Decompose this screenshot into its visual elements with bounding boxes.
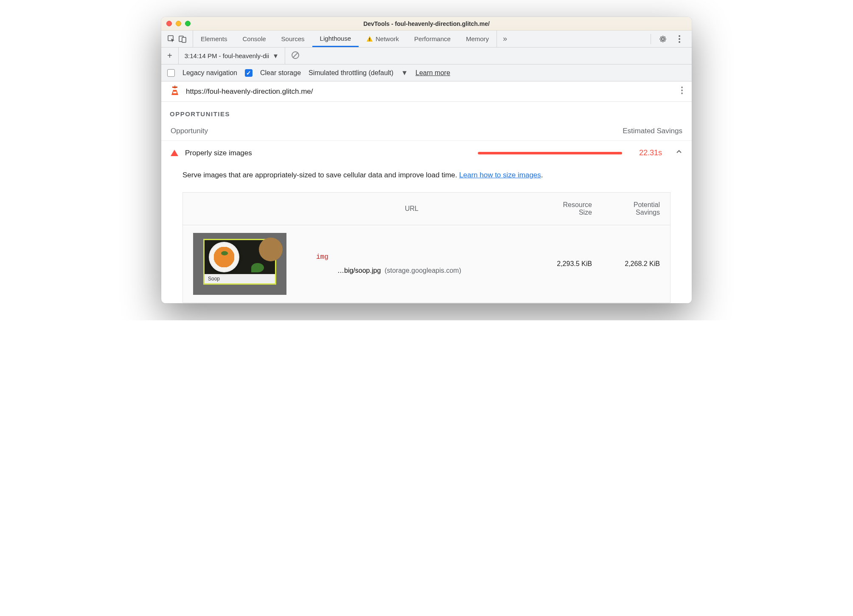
tab-network-label: Network [376, 35, 399, 42]
chevron-down-icon[interactable]: ▼ [401, 69, 408, 77]
svg-point-14 [681, 90, 683, 91]
tab-elements[interactable]: Elements [193, 31, 235, 47]
svg-rect-3 [369, 38, 370, 40]
svg-rect-11 [173, 92, 177, 93]
svg-line-9 [293, 53, 298, 58]
chevron-up-icon [676, 148, 682, 157]
audit-description: Serve images that are appropriately-size… [161, 165, 692, 188]
th-savings: PotentialSavings [592, 201, 660, 216]
tab-lighthouse[interactable]: Lighthouse [312, 31, 359, 47]
thumbnail: Soop [193, 233, 286, 295]
divider [651, 34, 651, 44]
new-report-icon[interactable]: + [167, 51, 172, 61]
inspect-icon[interactable] [167, 35, 176, 43]
audit-desc-text: Serve images that are appropriately-size… [182, 171, 459, 179]
savings-value: 22.31s [639, 148, 662, 157]
resources-table: URL ResourceSize PotentialSavings Soop [182, 192, 671, 303]
svg-point-5 [679, 35, 680, 37]
resource-host: (storage.googleapis.com) [384, 267, 461, 274]
lighthouse-options: Legacy navigation Clear storage Simulate… [161, 64, 692, 81]
throttling-label: Simulated throttling (default) [309, 69, 393, 77]
tab-performance[interactable]: Performance [407, 31, 458, 47]
report-url-row: https://foul-heavenly-direction.glitch.m… [161, 81, 692, 102]
tab-network[interactable]: Network [359, 31, 407, 47]
learn-more-link[interactable]: Learn more [415, 69, 450, 77]
devtools-window: DevTools - foul-heavenly-direction.glitc… [161, 17, 692, 303]
devtools-tabs: Elements Console Sources Lighthouse Netw… [161, 31, 692, 48]
section-title: OPPORTUNITIES [161, 102, 692, 122]
col-opportunity: Opportunity [171, 127, 208, 135]
titlebar: DevTools - foul-heavenly-direction.glitc… [161, 17, 692, 31]
table-header: URL ResourceSize PotentialSavings [183, 193, 670, 225]
potential-savings: 2,268.2 KiB [592, 260, 660, 268]
gear-icon[interactable] [655, 35, 671, 43]
thumb-caption: Soop [205, 274, 275, 283]
legacy-nav-label: Legacy navigation [182, 69, 237, 77]
resource-path: …big/soop.jpg [337, 267, 381, 274]
svg-point-7 [679, 41, 680, 43]
legacy-nav-checkbox[interactable] [167, 69, 175, 77]
clear-storage-label: Clear storage [260, 69, 301, 77]
th-url: URL [295, 205, 528, 213]
svg-rect-4 [369, 40, 370, 41]
window-title: DevTools - foul-heavenly-direction.glitc… [161, 20, 692, 27]
report-select-label: 3:14:14 PM - foul-heavenly-dii [185, 52, 269, 59]
savings-bar [478, 152, 622, 154]
more-tabs-icon[interactable]: » [497, 31, 513, 47]
tab-sources[interactable]: Sources [274, 31, 312, 47]
svg-rect-12 [172, 87, 177, 88]
chevron-down-icon: ▼ [272, 52, 279, 59]
th-size: ResourceSize [528, 201, 592, 216]
report-menu-icon[interactable] [681, 86, 683, 97]
svg-rect-2 [182, 37, 186, 42]
tab-console[interactable]: Console [235, 31, 274, 47]
lighthouse-toolbar: + 3:14:14 PM - foul-heavenly-dii ▼ [161, 48, 692, 64]
device-toggle-icon[interactable] [178, 35, 187, 43]
svg-point-15 [681, 92, 683, 94]
audit-title: Properly size images [185, 149, 252, 157]
svg-point-13 [681, 87, 683, 88]
audit-desc-post: . [541, 171, 543, 179]
clear-storage-checkbox[interactable] [245, 69, 253, 77]
svg-point-6 [679, 38, 680, 40]
report-select[interactable]: 3:14:14 PM - foul-heavenly-dii ▼ [178, 48, 279, 64]
table-row[interactable]: Soop img …big/soop.jpg (storage.googleap… [183, 225, 670, 302]
audit-header[interactable]: Properly size images 22.31s [161, 141, 692, 165]
clear-icon[interactable] [291, 51, 300, 61]
resource-size: 2,293.5 KiB [528, 260, 592, 268]
opportunities-header: Opportunity Estimated Savings [161, 122, 692, 140]
audit-desc-link[interactable]: Learn how to size images [459, 171, 541, 179]
col-savings: Estimated Savings [623, 127, 682, 135]
element-tag: img [295, 253, 528, 261]
fail-icon [171, 150, 178, 156]
svg-rect-10 [173, 88, 177, 90]
kebab-menu-icon[interactable] [675, 35, 684, 43]
tab-memory[interactable]: Memory [458, 31, 497, 47]
report-url: https://foul-heavenly-direction.glitch.m… [186, 87, 313, 96]
warning-icon [366, 36, 373, 42]
audit-item: Properly size images 22.31s Serve images… [161, 140, 692, 303]
lighthouse-icon [170, 84, 180, 99]
